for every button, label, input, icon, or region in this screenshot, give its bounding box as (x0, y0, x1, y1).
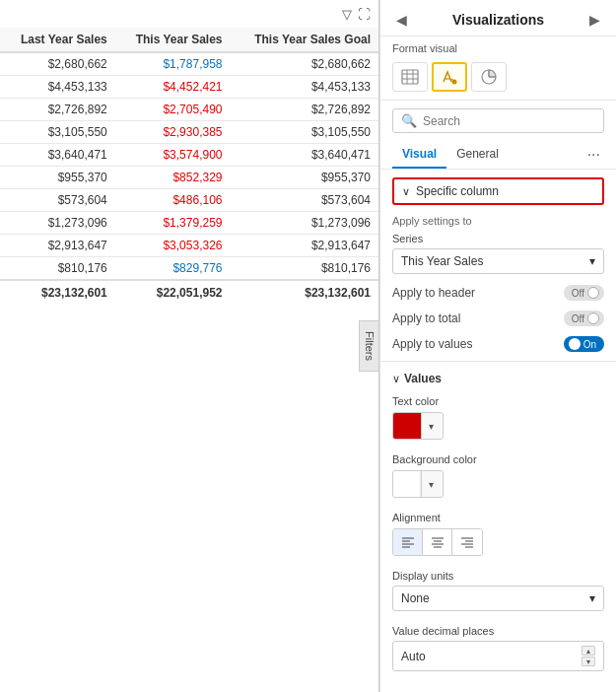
expand-icon[interactable]: ⛶ (358, 7, 371, 22)
cell-this-0: $1,787,958 (115, 52, 231, 76)
cell-goal-7: $1,273,096 (231, 212, 379, 235)
tab-more-btn[interactable]: ··· (583, 142, 604, 168)
table-row: $573,604 $486,106 $573,604 (0, 189, 378, 212)
chevron-icon: ∨ (402, 185, 410, 198)
data-table: Last Year Sales This Year Sales This Yea… (0, 28, 378, 305)
panel-prev-btn[interactable]: ◀ (392, 10, 411, 30)
values-section-label: Values (404, 372, 442, 385)
cell-last-2: $2,726,892 (0, 99, 115, 121)
toggle-on-label: On (583, 339, 596, 350)
bg-color-row: Background color ▾ (380, 450, 616, 500)
toggle-total-knob (587, 312, 599, 324)
align-center-btn[interactable] (423, 529, 452, 555)
table-row: $2,726,892 $2,705,490 $2,726,892 (0, 99, 378, 121)
decimal-places-label: Value decimal places (380, 621, 616, 639)
bg-color-picker[interactable]: ▾ (392, 470, 444, 498)
cell-last-4: $3,640,471 (0, 144, 115, 167)
cell-goal-5: $955,370 (231, 167, 379, 189)
align-right-btn[interactable] (452, 529, 482, 555)
cell-last-1: $4,453,133 (0, 76, 115, 99)
cell-this-9: $829,776 (115, 257, 231, 281)
display-units-label: Display units (380, 566, 616, 584)
cell-this-3: $2,930,385 (115, 121, 231, 144)
decimal-places-spinner[interactable]: Auto ▴ ▾ (392, 641, 604, 671)
cell-goal-2: $2,726,892 (231, 99, 379, 121)
format-visual-label: Format visual (380, 36, 616, 58)
filters-tab[interactable]: Filters (359, 320, 379, 372)
series-label: Series (380, 229, 616, 246)
alignment-label: Alignment (392, 512, 604, 525)
display-units-select[interactable]: None ▾ (392, 586, 604, 611)
cell-last-9: $810,176 (0, 257, 115, 281)
tab-visual[interactable]: Visual (392, 141, 446, 169)
text-color-label: Text color (392, 395, 604, 409)
total-goal: $23,132,601 (231, 280, 379, 305)
apply-to-total-toggle[interactable]: Off (564, 311, 604, 326)
table-row: $2,913,647 $3,053,326 $2,913,647 (0, 235, 378, 257)
apply-to-header-toggle[interactable]: Off (564, 285, 604, 301)
cell-last-7: $1,273,096 (0, 212, 115, 235)
apply-settings-label: Apply settings to (380, 209, 616, 229)
apply-to-values-row: Apply to values On (380, 331, 616, 357)
table-total-row: $23,132,601 $22,051,952 $23,132,601 (0, 280, 378, 305)
apply-to-values-toggle[interactable]: On (564, 336, 604, 352)
divider-1 (380, 361, 616, 362)
decimal-places-value: Auto (401, 650, 426, 663)
cell-last-5: $955,370 (0, 167, 115, 189)
series-dropdown-icon: ▾ (589, 254, 595, 268)
table-row: $1,273,096 $1,379,259 $1,273,096 (0, 212, 378, 235)
panel-next-btn[interactable]: ▶ (585, 10, 604, 30)
apply-to-header-label: Apply to header (392, 286, 475, 300)
cell-this-4: $3,574,900 (115, 144, 231, 167)
bg-color-swatch (393, 471, 421, 497)
text-color-row: Text color ▾ (380, 391, 616, 442)
spinner-up-btn[interactable]: ▴ (582, 646, 595, 656)
apply-to-total-row: Apply to total Off (380, 306, 616, 331)
cell-this-8: $3,053,326 (115, 235, 231, 257)
cell-goal-6: $573,604 (231, 189, 379, 212)
specific-column-section[interactable]: ∨ Specific column (392, 177, 604, 205)
text-color-picker[interactable]: ▾ (392, 412, 444, 440)
table-row: $3,640,471 $3,574,900 $3,640,471 (0, 144, 378, 167)
display-units-arrow: ▾ (589, 591, 595, 605)
series-value: This Year Sales (401, 254, 483, 268)
filter-icon[interactable]: ▽ (342, 7, 352, 22)
specific-column-label: Specific column (416, 184, 499, 198)
paint-icon-btn[interactable] (432, 62, 467, 92)
panel-header: ◀ Visualizations ▶ (380, 0, 616, 36)
toggle-off-label: Off (572, 288, 584, 299)
text-color-swatch (393, 413, 421, 439)
search-input[interactable] (423, 114, 595, 128)
table-icon-btn[interactable] (392, 62, 428, 92)
tab-general[interactable]: General (446, 141, 509, 169)
cell-goal-4: $3,640,471 (231, 144, 379, 167)
total-this: $22,051,952 (115, 280, 231, 305)
spinner-down-btn[interactable]: ▾ (582, 657, 595, 666)
cell-last-6: $573,604 (0, 189, 115, 212)
cell-last-8: $2,913,647 (0, 235, 115, 257)
toggle-off-total-label: Off (572, 313, 584, 324)
toggle-values-knob (569, 338, 581, 350)
total-last: $23,132,601 (0, 280, 115, 305)
align-buttons (392, 528, 483, 556)
text-color-arrow: ▾ (421, 413, 441, 439)
apply-to-values-label: Apply to values (392, 337, 472, 351)
cell-this-1: $4,452,421 (115, 76, 231, 99)
analytics-icon-btn[interactable] (471, 62, 507, 92)
viz-icons-row (380, 58, 616, 101)
table-panel: ▽ ⛶ Last Year Sales This Year Sales This… (0, 0, 379, 692)
series-select[interactable]: This Year Sales ▾ (392, 248, 604, 274)
panel-title: Visualizations (452, 12, 544, 28)
bg-color-label: Background color (392, 453, 604, 467)
table-row: $4,453,133 $4,452,421 $4,453,133 (0, 76, 378, 99)
cell-last-0: $2,680,662 (0, 52, 115, 76)
cell-goal-3: $3,105,550 (231, 121, 379, 144)
search-magnifier-icon: 🔍 (401, 113, 417, 128)
search-box[interactable]: 🔍 (392, 108, 604, 133)
cell-this-2: $2,705,490 (115, 99, 231, 121)
values-section-header[interactable]: ∨ Values (380, 366, 616, 391)
svg-rect-0 (402, 70, 418, 84)
table-row: $810,176 $829,776 $810,176 (0, 257, 378, 281)
align-left-btn[interactable] (393, 529, 423, 555)
table-toolbar: ▽ ⛶ (0, 0, 378, 28)
